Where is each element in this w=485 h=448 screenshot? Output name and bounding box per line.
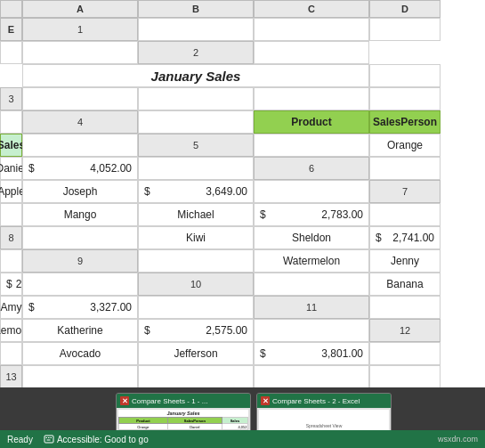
cell-a7[interactable] [0, 203, 22, 226]
cell-a12[interactable] [0, 342, 22, 365]
cell-b1[interactable] [254, 18, 369, 41]
cell-a6[interactable] [369, 157, 441, 180]
grid: A B C D E 1 2 January Sales 3 4 Product … [0, 0, 485, 387]
cell-b5[interactable]: Orange [369, 134, 441, 157]
cell-e2[interactable] [369, 64, 441, 87]
cell-e4[interactable] [22, 134, 138, 157]
cell-a3[interactable] [22, 87, 138, 110]
col-b: B [138, 0, 254, 18]
cell-c6[interactable]: Joseph [22, 180, 138, 203]
cell-b8[interactable]: Kiwi [138, 226, 254, 249]
row-8: 8 [0, 226, 22, 249]
cell-e11[interactable] [254, 319, 369, 342]
window1-x-icon[interactable]: ✕ [120, 396, 129, 405]
keyboard-icon [44, 434, 54, 444]
cell-d11[interactable]: $2,575.00 [138, 319, 254, 342]
cell-d13[interactable] [369, 365, 441, 387]
cell-e3[interactable] [0, 110, 22, 134]
cell-b10[interactable]: Banana [369, 273, 441, 296]
cell-c11[interactable]: Katherine [22, 319, 138, 342]
cell-c9[interactable]: Jenny [369, 249, 441, 273]
cell-a1[interactable] [138, 18, 254, 41]
cell-d9[interactable]: $2,155.00 [0, 273, 22, 296]
cell-d7[interactable]: $2,783.00 [254, 203, 369, 226]
svg-rect-1 [45, 437, 47, 438]
col-e: E [0, 18, 22, 41]
header-sales: Sales [0, 134, 22, 157]
cell-b7[interactable]: Mango [22, 203, 138, 226]
svg-rect-4 [46, 440, 50, 441]
row-13: 13 [0, 365, 22, 387]
cell-c1[interactable] [369, 18, 441, 41]
row-12: 12 [369, 319, 441, 342]
cell-a8[interactable] [22, 226, 138, 249]
row-3: 3 [0, 87, 22, 110]
spreadsheet: A B C D E 1 2 January Sales 3 4 Product … [0, 0, 485, 387]
row-2: 2 [138, 41, 254, 64]
status-wsxdn: wsxdn.com [438, 435, 478, 444]
cell-a5[interactable] [254, 134, 369, 157]
row-4: 4 [22, 110, 138, 134]
col-d: D [369, 0, 441, 18]
header-product: Product [254, 110, 369, 134]
cell-a4[interactable] [138, 110, 254, 134]
cell-e5[interactable] [138, 157, 254, 180]
cell-c5[interactable]: Daniel [0, 157, 22, 180]
corner-header [0, 0, 22, 18]
cell-b12[interactable]: Avocado [22, 342, 138, 365]
row-11: 11 [254, 296, 369, 319]
cell-d12[interactable]: $3,801.00 [254, 342, 369, 365]
cell-d3[interactable] [369, 87, 441, 110]
svg-rect-0 [44, 436, 53, 443]
window2-x-icon[interactable]: ✕ [261, 396, 270, 405]
header-salesperson: SalesPerson [369, 110, 441, 134]
window1-title: Compare Sheets - 1 - ... [132, 397, 207, 405]
cell-e9[interactable] [22, 273, 138, 296]
cell-c7[interactable]: Michael [138, 203, 254, 226]
row-10: 10 [138, 273, 254, 296]
cell-c12[interactable]: Jefferson [138, 342, 254, 365]
row-9: 9 [22, 249, 138, 273]
cell-d5[interactable]: $4,052.00 [22, 157, 138, 180]
status-bar: Ready Accessible: Good to go wsxdn.com [0, 430, 485, 448]
cell-d1[interactable] [0, 41, 22, 64]
cell-a9[interactable] [138, 249, 254, 273]
cell-b13[interactable] [138, 365, 254, 387]
cell-e8[interactable] [0, 249, 22, 273]
cell-e12[interactable] [369, 342, 441, 365]
cell-c13[interactable] [254, 365, 369, 387]
cell-e1[interactable] [22, 41, 138, 64]
svg-rect-3 [50, 437, 52, 438]
cell-a11[interactable] [369, 296, 441, 319]
row-7: 7 [369, 180, 441, 203]
cell-a13[interactable] [22, 365, 138, 387]
cell-c10[interactable]: Amy [0, 296, 22, 319]
cell-b3[interactable] [138, 87, 254, 110]
row-6: 6 [254, 157, 369, 180]
cell-d6[interactable]: $3,649.00 [138, 180, 254, 203]
title-cell: January Sales [22, 64, 369, 87]
cell-e10[interactable] [138, 296, 254, 319]
cell-e6[interactable] [254, 180, 369, 203]
cell-c3[interactable] [254, 87, 369, 110]
cell-b6[interactable]: Apple [0, 180, 22, 203]
cell-b11[interactable]: Lemon [0, 319, 22, 342]
svg-rect-2 [48, 437, 50, 438]
cell-d10[interactable]: $3,327.00 [22, 296, 138, 319]
window2-title: Compare Sheets - 2 - Excel [272, 397, 360, 405]
status-ready: Ready [7, 435, 33, 444]
row-1: 1 [22, 18, 138, 41]
cell-e7[interactable] [369, 203, 441, 226]
col-a: A [22, 0, 138, 18]
cell-d8[interactable]: $2,741.00 [369, 226, 441, 249]
cell-a2[interactable] [254, 41, 369, 64]
row-5: 5 [138, 134, 254, 157]
cell-c8[interactable]: Sheldon [254, 226, 369, 249]
status-accessible: Accessible: Good to go [57, 435, 149, 444]
col-c: C [254, 0, 369, 18]
cell-a10[interactable] [254, 273, 369, 296]
cell-b9[interactable]: Watermelon [254, 249, 369, 273]
